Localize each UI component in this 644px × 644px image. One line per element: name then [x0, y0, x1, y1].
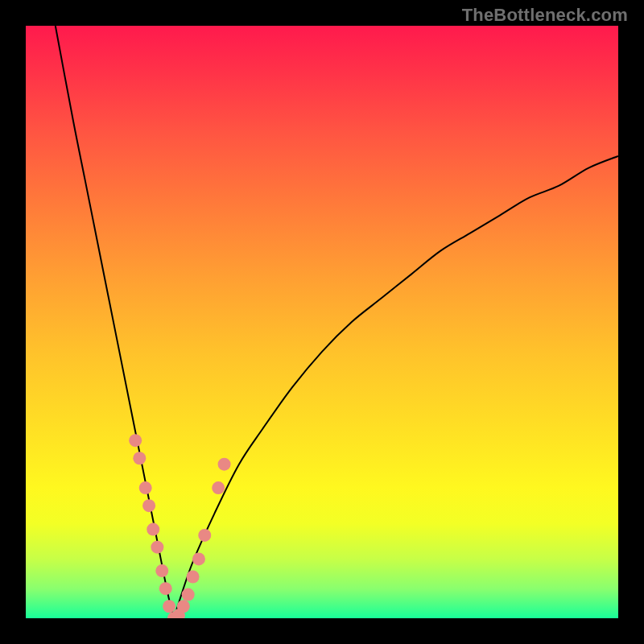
- data-marker: [142, 499, 155, 512]
- data-marker: [129, 434, 142, 447]
- data-marker: [159, 582, 172, 595]
- data-marker: [198, 529, 211, 542]
- data-marker: [133, 452, 146, 464]
- data-marker: [151, 541, 163, 554]
- data-marker: [187, 570, 200, 583]
- data-marker: [212, 481, 225, 494]
- curve-right: [174, 156, 618, 618]
- chart-svg: [26, 26, 618, 618]
- data-marker: [139, 481, 152, 494]
- data-marker: [182, 588, 195, 601]
- data-marker: [192, 552, 205, 565]
- data-marker: [177, 600, 190, 613]
- data-marker: [147, 523, 159, 536]
- min-markers: [129, 434, 230, 618]
- data-marker: [163, 600, 175, 613]
- data-marker: [218, 458, 231, 471]
- watermark: TheBottleneck.com: [462, 5, 628, 26]
- data-marker: [155, 564, 168, 577]
- chart-plot-area: [26, 26, 618, 618]
